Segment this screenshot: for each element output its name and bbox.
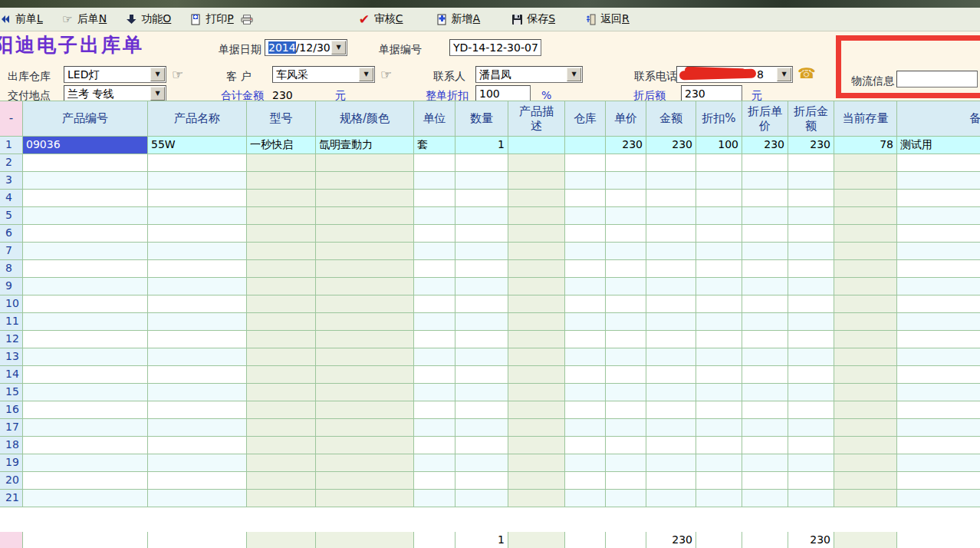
cell-disc_amount[interactable] (788, 278, 834, 295)
cell-warehouse[interactable] (565, 278, 606, 295)
cell-current_stock[interactable] (834, 190, 897, 207)
cell-unit_price[interactable]: 230 (606, 137, 646, 154)
cell-disc_amount[interactable] (788, 490, 834, 507)
phone-dropdown-arrow[interactable]: ▼ (777, 68, 791, 81)
cell-amount[interactable] (646, 366, 696, 384)
cell-model[interactable] (247, 225, 316, 243)
cell-product_name[interactable] (148, 401, 247, 419)
cell-product_name[interactable] (148, 225, 247, 243)
cell-warehouse[interactable] (565, 331, 606, 348)
cell-remark[interactable] (897, 154, 980, 172)
cell-amount[interactable] (646, 437, 696, 454)
cell-disc_unit_price[interactable] (742, 366, 788, 384)
cell-product_code[interactable] (23, 437, 148, 454)
cell-qty[interactable] (455, 313, 508, 331)
cell-model[interactable] (247, 207, 316, 225)
cell-spec_color[interactable] (316, 207, 414, 225)
cell-disc_amount[interactable] (788, 401, 834, 419)
cell-spec_color[interactable] (316, 401, 414, 419)
cell-amount[interactable] (646, 172, 696, 190)
cell-qty[interactable]: 1 (455, 137, 508, 154)
row-number[interactable]: 6 (0, 225, 23, 243)
cell-product_name[interactable] (148, 172, 247, 190)
cell-disc_amount[interactable] (788, 437, 834, 454)
cell-remark[interactable] (897, 419, 980, 437)
cell-disc_unit_price[interactable] (742, 295, 788, 313)
cell-unit_price[interactable] (606, 313, 646, 331)
row-number[interactable]: 18 (0, 437, 23, 454)
cell-remark[interactable] (897, 331, 980, 348)
cell-unit_price[interactable] (606, 348, 646, 366)
cell-warehouse[interactable] (565, 454, 606, 472)
cell-unit[interactable] (414, 437, 455, 454)
row-number[interactable]: 16 (0, 401, 23, 419)
cell-disc_unit_price[interactable] (742, 472, 788, 490)
row-number[interactable]: 5 (0, 207, 23, 225)
row-number[interactable]: 7 (0, 243, 23, 260)
cell-amount[interactable] (646, 243, 696, 260)
cell-warehouse[interactable] (565, 313, 606, 331)
contact-dropdown-arrow[interactable]: ▼ (567, 68, 581, 81)
cell-product_code[interactable] (23, 348, 148, 366)
cell-remark[interactable] (897, 207, 980, 225)
cell-current_stock[interactable] (834, 278, 897, 295)
cell-qty[interactable] (455, 454, 508, 472)
cell-product_desc[interactable] (508, 278, 565, 295)
cell-product_code[interactable] (23, 384, 148, 401)
cell-discount_pct[interactable] (696, 225, 742, 243)
cell-qty[interactable] (455, 472, 508, 490)
cell-amount[interactable] (646, 490, 696, 507)
cell-qty[interactable] (455, 295, 508, 313)
cell-current_stock[interactable] (834, 243, 897, 260)
doc-date-dropdown-arrow[interactable]: ▼ (331, 41, 346, 54)
cell-spec_color[interactable] (316, 172, 414, 190)
cell-unit_price[interactable] (606, 295, 646, 313)
contact-combo[interactable]: 潘昌凤 ▼ (475, 66, 583, 83)
cell-unit_price[interactable] (606, 207, 646, 225)
cell-disc_unit_price[interactable] (742, 225, 788, 243)
cell-product_desc[interactable] (508, 295, 565, 313)
cell-product_code[interactable] (23, 154, 148, 172)
cell-product_desc[interactable] (508, 437, 565, 454)
cell-remark[interactable]: 测试用 (897, 137, 980, 154)
cell-disc_unit_price[interactable] (742, 190, 788, 207)
cell-unit_price[interactable] (606, 278, 646, 295)
cell-unit_price[interactable] (606, 260, 646, 278)
cell-qty[interactable] (455, 366, 508, 384)
cell-product_code[interactable] (23, 490, 148, 507)
cell-remark[interactable] (897, 437, 980, 454)
cell-qty[interactable] (455, 419, 508, 437)
cell-disc_unit_price[interactable] (742, 331, 788, 348)
cell-current_stock[interactable] (834, 331, 897, 348)
cell-model[interactable] (247, 384, 316, 401)
cell-product_desc[interactable] (508, 348, 565, 366)
cell-unit_price[interactable] (606, 172, 646, 190)
cell-spec_color[interactable] (316, 278, 414, 295)
cell-product_name[interactable] (148, 278, 247, 295)
cell-product_code[interactable] (23, 207, 148, 225)
cell-discount_pct[interactable] (696, 295, 742, 313)
customer-lookup-hand-icon[interactable]: ☞ (380, 67, 392, 82)
cell-warehouse[interactable] (565, 225, 606, 243)
cell-product_code[interactable] (23, 366, 148, 384)
cell-unit_price[interactable] (606, 401, 646, 419)
cell-current_stock[interactable] (834, 454, 897, 472)
cell-warehouse[interactable] (565, 207, 606, 225)
cell-unit_price[interactable] (606, 225, 646, 243)
cell-unit[interactable] (414, 384, 455, 401)
cell-current_stock[interactable] (834, 260, 897, 278)
cell-unit[interactable] (414, 313, 455, 331)
cell-current_stock[interactable] (834, 437, 897, 454)
cell-unit[interactable] (414, 366, 455, 384)
cell-model[interactable] (247, 172, 316, 190)
cell-amount[interactable] (646, 384, 696, 401)
cell-amount[interactable] (646, 419, 696, 437)
row-number[interactable]: 2 (0, 154, 23, 172)
cell-model[interactable] (247, 154, 316, 172)
cell-spec_color[interactable] (316, 419, 414, 437)
cell-spec_color[interactable] (316, 348, 414, 366)
customer-combo[interactable]: 车风采 ▼ (272, 66, 375, 83)
cell-warehouse[interactable] (565, 260, 606, 278)
cell-unit[interactable] (414, 190, 455, 207)
cell-product_name[interactable] (148, 490, 247, 507)
